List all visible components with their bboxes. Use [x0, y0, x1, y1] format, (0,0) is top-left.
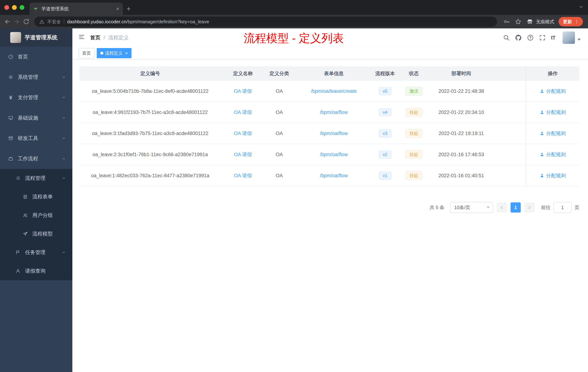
form-icon [22, 194, 28, 199]
bookmark-star-icon[interactable] [514, 18, 522, 25]
address-bar[interactable]: 不安全 dashboard.yudao.iocoder.cn/bpm/manag… [34, 17, 497, 27]
page-size-select[interactable]: 10条/页 [450, 202, 493, 213]
breadcrumb: 首页 / 流程定义 [90, 34, 129, 41]
definition-name-link[interactable]: OA 请假 [234, 109, 252, 115]
sidebar-item-workflow[interactable]: 工作流程 [0, 149, 72, 169]
sidebar-logo[interactable]: 芋道管理系统 [0, 28, 72, 47]
new-tab-button[interactable]: + [123, 5, 135, 15]
tags-bar: 首页 流程定义 × [72, 47, 588, 60]
tag-process-definition[interactable]: 流程定义 × [97, 48, 131, 58]
sidebar-item-infrastructure[interactable]: 基础设施 [0, 108, 72, 128]
sidebar-item-user-group[interactable]: 用户分组 [0, 206, 72, 225]
status-badge: 挂起 [405, 129, 422, 138]
definition-id: oa_leave:5:004b710b-7b8a-11ec-8ef0-acde4… [79, 88, 221, 94]
maximize-window-button[interactable] [20, 5, 24, 10]
sidebar-item-leave-query[interactable]: 请假查询 [0, 262, 72, 280]
status-badge: 激活 [405, 87, 422, 96]
chevron-down-icon [62, 75, 66, 79]
minimize-window-button[interactable] [12, 5, 17, 10]
definition-name-link[interactable]: OA 请假 [234, 88, 252, 94]
help-icon[interactable] [527, 34, 534, 41]
sidebar-item-dev-tools[interactable]: 研发工具 [0, 128, 72, 149]
form-link[interactable]: /bpm/oa/flow [320, 173, 348, 178]
refresh-button[interactable] [22, 18, 30, 25]
avatar[interactable] [563, 32, 575, 44]
close-window-button[interactable] [4, 5, 9, 10]
briefcase-icon [8, 156, 13, 161]
definition-name-link[interactable]: OA 请假 [234, 152, 252, 157]
list-icon [15, 175, 21, 181]
favicon-sprout-icon [33, 6, 39, 11]
main-area: 首页 / 流程定义 tT [72, 28, 588, 372]
caret-down-icon [487, 207, 490, 208]
fullscreen-icon[interactable] [539, 34, 546, 41]
tab-search-chevron-icon[interactable] [578, 4, 584, 10]
user-menu[interactable] [563, 32, 581, 44]
key-icon[interactable] [503, 18, 510, 25]
github-icon[interactable] [515, 34, 522, 41]
prev-page-button[interactable] [497, 202, 507, 213]
goto-page-input[interactable] [554, 202, 572, 213]
user-icon [540, 152, 544, 157]
form-link[interactable]: /bpm/oa/flow [320, 152, 348, 157]
archive-icon [8, 136, 13, 141]
update-button[interactable]: 更新 [558, 17, 583, 26]
back-button[interactable] [4, 18, 11, 25]
send-icon [22, 231, 28, 237]
menu-dots-icon [574, 19, 579, 24]
tag-close-icon[interactable]: × [125, 51, 128, 55]
chevron-down-icon [62, 136, 66, 140]
col-header-status: 状态 [396, 70, 431, 77]
sidebar-item-process-mgmt[interactable]: 流程管理 [0, 169, 72, 187]
chevron-up-icon [62, 157, 66, 161]
user-icon [540, 131, 544, 136]
assign-rule-link[interactable]: 分配规则 [540, 109, 566, 116]
app-shell: 芋道管理系统 首页 系统管理 ¥ 支付管理 基础设施 [0, 28, 588, 372]
sidebar-item-process-form[interactable]: 流程表单 [0, 187, 72, 206]
content: 定义编号 定义名称 定义分类 表单信息 流程版本 状态 部署时间 操作 oa_l… [72, 60, 588, 372]
deploy-time: 2022-01-22 19:19:11 [431, 131, 491, 136]
logo-title: 芋道管理系统 [25, 34, 57, 41]
table-row: oa_leave:2:3c1f0ef1-76b1-11ec-9c66-a2380… [79, 144, 579, 165]
browser-tab[interactable]: 芋道管理系统 × [30, 2, 123, 15]
status-badge: 挂起 [405, 171, 422, 180]
security-label[interactable]: 不安全 [47, 19, 61, 25]
update-label: 更新 [563, 19, 572, 25]
definition-name-link[interactable]: OA 请假 [234, 131, 252, 136]
sidebar-item-home[interactable]: 首页 [0, 47, 72, 67]
toolbar-right: 无痕模式 更新 [502, 17, 584, 26]
definition-name-link[interactable]: OA 请假 [234, 173, 252, 178]
breadcrumb-home[interactable]: 首页 [90, 34, 100, 41]
font-size-icon[interactable]: tT [551, 34, 555, 41]
version-badge: v4 [379, 108, 391, 116]
page-number-1[interactable]: 1 [511, 202, 521, 213]
definition-id: oa_leave:1:482ec033-762a-11ec-8477-a2380… [79, 173, 221, 178]
assign-rule-link[interactable]: 分配规则 [540, 88, 566, 94]
sidebar-item-task-mgmt[interactable]: 任务管理 [0, 243, 72, 262]
deploy-time: 2022-01-22 21:48:38 [431, 88, 491, 94]
assign-rule-link[interactable]: 分配规则 [540, 130, 566, 137]
form-link[interactable]: /bpm/oa/flow [320, 131, 348, 136]
assign-rule-link[interactable]: 分配规则 [540, 172, 566, 179]
assign-rule-link[interactable]: 分配规则 [540, 151, 566, 158]
deploy-time: 2022-01-16 17:46:53 [431, 152, 491, 157]
definition-category: OA [265, 109, 294, 115]
sidebar-item-system-mgmt[interactable]: 系统管理 [0, 67, 72, 87]
tag-home[interactable]: 首页 [79, 48, 94, 58]
search-icon[interactable] [503, 34, 510, 41]
version-badge: v3 [379, 129, 391, 137]
tab-close-icon[interactable]: × [116, 6, 119, 11]
sidebar-item-payment-mgmt[interactable]: ¥ 支付管理 [0, 87, 72, 108]
next-page-button[interactable] [524, 202, 535, 213]
sidebar-item-process-model[interactable]: 流程模型 [0, 225, 72, 243]
forward-button[interactable] [13, 18, 20, 25]
form-link[interactable]: /bpm/oa/leave/create [311, 88, 357, 94]
incognito-label: 无痕模式 [536, 19, 554, 25]
form-link[interactable]: /bpm/oa/flow [320, 109, 348, 115]
deploy-time: 2022-01-22 20:34:10 [431, 109, 491, 115]
hamburger-icon[interactable] [78, 33, 85, 42]
caret-down-icon [578, 39, 581, 41]
breadcrumb-separator: / [104, 35, 105, 41]
dashboard-icon [8, 54, 13, 59]
screen: 流程模型 - 定义列表 芋道管理系统 × + [0, 0, 588, 372]
